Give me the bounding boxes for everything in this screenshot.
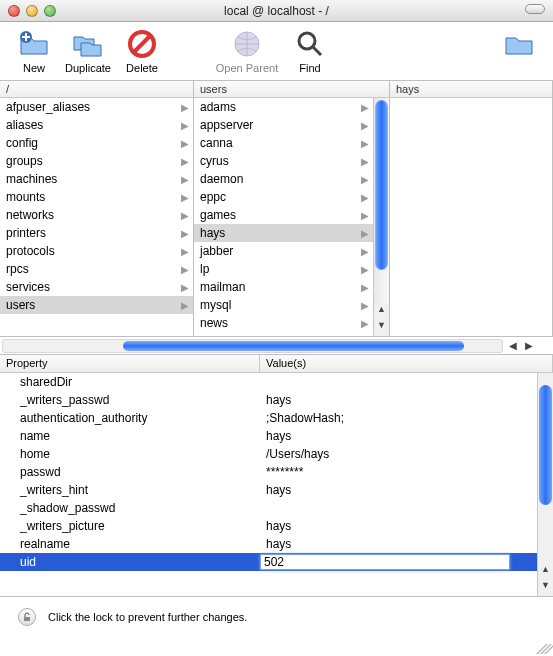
value-cell: hays — [260, 429, 553, 443]
column-list[interactable]: adams▶appserver▶canna▶cyrus▶daemon▶eppc▶… — [194, 98, 373, 336]
table-row[interactable]: realnamehays — [0, 535, 553, 553]
table-row[interactable]: namehays — [0, 427, 553, 445]
chevron-right-icon: ▶ — [181, 246, 189, 257]
list-item[interactable]: daemon▶ — [194, 170, 373, 188]
svg-point-4 — [299, 33, 315, 49]
table-row[interactable]: _writers_picturehays — [0, 517, 553, 535]
list-item[interactable]: config▶ — [0, 134, 193, 152]
folder-plus-icon — [18, 28, 50, 60]
table-row[interactable]: authentication_authority;ShadowHash; — [0, 409, 553, 427]
new-button[interactable]: New — [8, 28, 60, 74]
table-row[interactable]: home/Users/hays — [0, 445, 553, 463]
list-item[interactable]: hays▶ — [194, 224, 373, 242]
list-item[interactable]: users▶ — [0, 296, 193, 314]
property-cell: _writers_hint — [0, 483, 260, 497]
table-row[interactable]: _shadow_passwd — [0, 499, 553, 517]
table-body[interactable]: sharedDir_writers_passwdhaysauthenticati… — [0, 373, 553, 596]
chevron-right-icon: ▶ — [361, 300, 369, 311]
open-parent-button: Open Parent — [212, 28, 282, 74]
list-item[interactable]: games▶ — [194, 206, 373, 224]
list-item[interactable]: networks▶ — [0, 206, 193, 224]
find-button[interactable]: Find — [284, 28, 336, 74]
chevron-right-icon: ▶ — [361, 246, 369, 257]
scroll-right-arrow[interactable]: ▶ — [521, 340, 537, 351]
chevron-right-icon: ▶ — [361, 228, 369, 239]
property-cell: home — [0, 447, 260, 461]
table-scrollbar[interactable]: ▲ ▼ — [537, 373, 553, 596]
column-scrollbar[interactable]: ▲ ▼ — [373, 98, 389, 336]
property-cell: name — [0, 429, 260, 443]
scroll-left-arrow[interactable]: ◀ — [505, 340, 521, 351]
list-item[interactable]: groups▶ — [0, 152, 193, 170]
chevron-right-icon: ▶ — [361, 174, 369, 185]
chevron-right-icon: ▶ — [361, 264, 369, 275]
list-item[interactable]: mailman▶ — [194, 278, 373, 296]
list-item[interactable]: appserver▶ — [194, 116, 373, 134]
header-value[interactable]: Value(s) — [260, 355, 553, 372]
chevron-right-icon: ▶ — [361, 210, 369, 221]
property-cell: sharedDir — [0, 375, 260, 389]
column-list[interactable]: afpuser_aliases▶aliases▶config▶groups▶ma… — [0, 98, 193, 336]
table-row[interactable]: uid — [0, 553, 553, 571]
property-table: Property Value(s) sharedDir_writers_pass… — [0, 355, 553, 597]
chevron-right-icon: ▶ — [181, 192, 189, 203]
list-item[interactable]: printers▶ — [0, 224, 193, 242]
lock-text: Click the lock to prevent further change… — [48, 611, 247, 623]
list-item[interactable]: machines▶ — [0, 170, 193, 188]
list-item[interactable]: services▶ — [0, 278, 193, 296]
scrollbar-thumb[interactable] — [539, 385, 552, 505]
column-root: / afpuser_aliases▶aliases▶config▶groups▶… — [0, 81, 194, 336]
scroll-up-arrow[interactable]: ▲ — [374, 304, 389, 320]
column-users: users adams▶appserver▶canna▶cyrus▶daemon… — [194, 81, 390, 336]
list-item[interactable]: cyrus▶ — [194, 152, 373, 170]
chevron-right-icon: ▶ — [361, 156, 369, 167]
chevron-right-icon: ▶ — [181, 300, 189, 311]
list-item[interactable]: lp▶ — [194, 260, 373, 278]
list-item[interactable]: aliases▶ — [0, 116, 193, 134]
column-list[interactable] — [390, 98, 552, 336]
delete-button[interactable]: Delete — [116, 28, 168, 74]
scrollbar-thumb[interactable] — [375, 100, 388, 270]
new-label: New — [23, 62, 45, 74]
scroll-down-arrow[interactable]: ▼ — [538, 580, 553, 596]
table-row[interactable]: passwd******** — [0, 463, 553, 481]
list-item[interactable]: rpcs▶ — [0, 260, 193, 278]
list-item[interactable]: news▶ — [194, 314, 373, 332]
table-row[interactable]: _writers_passwdhays — [0, 391, 553, 409]
header-property[interactable]: Property — [0, 355, 260, 372]
scroll-up-arrow[interactable]: ▲ — [538, 564, 553, 580]
scroll-down-arrow[interactable]: ▼ — [374, 320, 389, 336]
toolbar: New Duplicate Delete Open Parent Find — [0, 22, 553, 81]
column-header: hays — [390, 81, 552, 98]
svg-line-5 — [313, 47, 321, 55]
toolbar-toggle-button[interactable] — [525, 4, 545, 14]
property-cell: _shadow_passwd — [0, 501, 260, 515]
list-item[interactable]: canna▶ — [194, 134, 373, 152]
horizontal-scrollbar[interactable]: ◀ ▶ — [0, 337, 553, 355]
list-item[interactable]: afpuser_aliases▶ — [0, 98, 193, 116]
chevron-right-icon: ▶ — [181, 174, 189, 185]
list-item[interactable]: jabber▶ — [194, 242, 373, 260]
scrollbar-thumb[interactable] — [123, 341, 464, 351]
table-row[interactable]: _writers_hinthays — [0, 481, 553, 499]
list-item[interactable]: mounts▶ — [0, 188, 193, 206]
table-row[interactable]: sharedDir — [0, 373, 553, 391]
chevron-right-icon: ▶ — [361, 138, 369, 149]
list-item[interactable]: adams▶ — [194, 98, 373, 116]
list-item[interactable]: mysql▶ — [194, 296, 373, 314]
svg-line-2 — [134, 36, 150, 52]
property-cell: _writers_picture — [0, 519, 260, 533]
list-item[interactable]: protocols▶ — [0, 242, 193, 260]
lock-button[interactable] — [18, 608, 36, 626]
property-cell: realname — [0, 537, 260, 551]
value-cell: ******** — [260, 465, 553, 479]
column-detail: hays — [390, 81, 553, 336]
browser-mode-button[interactable] — [493, 28, 545, 60]
chevron-right-icon: ▶ — [181, 264, 189, 275]
resize-grip[interactable] — [537, 640, 551, 654]
value-input[interactable] — [260, 554, 510, 570]
chevron-right-icon: ▶ — [181, 282, 189, 293]
list-item[interactable]: nobody▶ — [194, 332, 373, 336]
list-item[interactable]: eppc▶ — [194, 188, 373, 206]
duplicate-button[interactable]: Duplicate — [62, 28, 114, 74]
